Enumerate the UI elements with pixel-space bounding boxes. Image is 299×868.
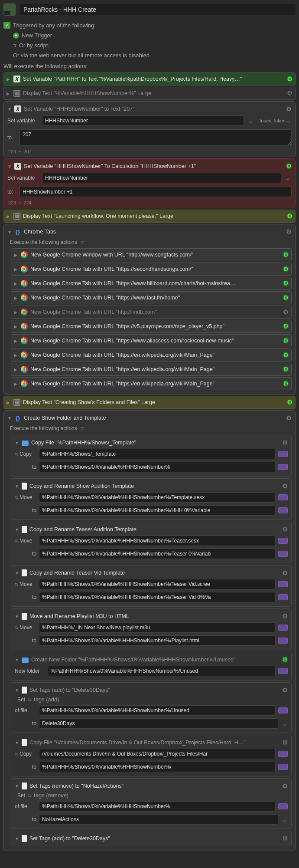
gear-icon[interactable]: ⚙ <box>282 526 288 533</box>
gear-icon[interactable]: ⚙ <box>283 322 289 330</box>
disclosure-icon[interactable]: ▶ <box>14 281 18 286</box>
gear-icon[interactable]: ⚙ <box>286 228 292 236</box>
tag-input[interactable] <box>39 718 278 729</box>
action-chrome-tab[interactable]: ▶ New Google Chrome Tab with URL "https:… <box>11 363 292 376</box>
gear-icon[interactable]: ⚙ <box>283 308 289 316</box>
folder-chip[interactable] <box>278 594 288 600</box>
path-input[interactable] <box>39 549 276 559</box>
path-input[interactable] <box>39 705 276 716</box>
gear-icon[interactable]: ⚙ <box>282 835 288 842</box>
action-chrome-tab[interactable]: ▶ New Google Chrome Tab with URL "https:… <box>11 291 292 304</box>
folder-chip[interactable] <box>278 551 288 557</box>
gear-icon[interactable]: ⚙ <box>282 612 288 620</box>
disclosure-icon[interactable]: ▶ <box>14 296 18 300</box>
action-chrome-tab[interactable]: ▶ New Google Chrome Tab with URL "https:… <box>11 320 292 333</box>
disclosure-icon[interactable]: ▶ <box>14 310 18 315</box>
disclosure-icon[interactable]: ▶ <box>6 91 11 96</box>
disclosure-icon[interactable]: ▼ <box>15 527 19 532</box>
path-input[interactable] <box>39 579 276 589</box>
chevron-down-icon[interactable]: ⌵ <box>286 175 290 181</box>
disclosure-icon[interactable]: ▶ <box>14 267 18 272</box>
path-input[interactable] <box>39 801 276 812</box>
disclosure-icon[interactable]: ▶ <box>6 214 11 219</box>
action-chrome-tab[interactable]: ▶ New Google Chrome Window with URL "htt… <box>11 248 292 261</box>
updown-icon[interactable]: ⇅ <box>13 43 16 48</box>
path-input[interactable] <box>39 749 276 759</box>
path-input[interactable] <box>39 536 276 546</box>
disclosure-icon[interactable]: ▼ <box>7 107 12 112</box>
gear-icon[interactable]: ⚙ <box>287 398 292 406</box>
chevron-down-icon[interactable]: ⌵ <box>283 816 286 823</box>
action-chrome-tab[interactable]: ▶ New Google Chrome Tab with URL "https:… <box>11 377 292 390</box>
folder-chip[interactable] <box>278 803 288 809</box>
disclosure-icon[interactable]: ▶ <box>6 400 11 405</box>
variable-name-input[interactable] <box>42 173 281 183</box>
disclosure-icon[interactable]: ▼ <box>15 441 19 445</box>
path-input[interactable] <box>39 505 276 516</box>
folder-chip[interactable] <box>278 464 288 470</box>
action-chrome-tab[interactable]: ▶ New Google Chrome Tab with URL "https:… <box>11 277 292 290</box>
path-input[interactable] <box>48 666 276 676</box>
path-input[interactable] <box>39 622 276 633</box>
action-display-creating[interactable]: ▶ Display Text "Creating Show's Folders … <box>3 396 296 409</box>
disclosure-icon[interactable]: ▼ <box>15 836 19 841</box>
disclosure-icon[interactable]: ▽ <box>81 426 85 431</box>
action-set-pathhhh[interactable]: ▶ X Set Variable "PathHHH" to Text "%Var… <box>3 72 296 85</box>
disclosure-icon[interactable]: ▶ <box>14 381 18 386</box>
path-input[interactable] <box>39 635 276 646</box>
gear-icon[interactable]: ⚙ <box>283 351 289 359</box>
folder-chip[interactable] <box>278 494 288 500</box>
disclosure-icon[interactable]: ▶ <box>6 77 11 82</box>
disclosure-icon[interactable]: ▼ <box>15 688 19 693</box>
disclosure-icon[interactable]: ▼ <box>15 571 19 575</box>
new-trigger[interactable]: + New Trigger <box>13 30 296 40</box>
gear-icon[interactable]: ⚙ <box>286 162 292 170</box>
action-chrome-tab[interactable]: ▶ New Google Chrome Tab with URL "https:… <box>11 349 292 362</box>
gear-icon[interactable]: ⚙ <box>287 212 292 220</box>
gear-icon[interactable]: ⚙ <box>287 75 292 83</box>
folder-chip[interactable] <box>278 451 288 457</box>
folder-chip[interactable] <box>278 538 288 544</box>
folder-chip[interactable] <box>278 625 288 631</box>
gear-icon[interactable]: ⚙ <box>282 439 288 447</box>
folder-chip[interactable] <box>278 581 288 587</box>
disclosure-icon[interactable]: ▶ <box>14 324 18 329</box>
chevron-down-icon[interactable]: ⌵ <box>249 118 253 124</box>
disclosure-icon[interactable]: ▶ <box>14 339 18 343</box>
path-input[interactable] <box>39 592 276 602</box>
gear-icon[interactable]: ⚙ <box>282 686 288 694</box>
disclosure-icon[interactable]: ▼ <box>7 230 12 234</box>
gear-icon[interactable]: ⚙ <box>283 337 289 345</box>
gear-icon[interactable]: ⚙ <box>283 265 289 273</box>
action-display-launching[interactable]: ▶ Display Text "Launching workflow. One … <box>3 210 296 223</box>
disclosure-icon[interactable]: ▼ <box>15 740 19 745</box>
gear-icon[interactable]: ⚙ <box>283 380 289 388</box>
gear-icon[interactable]: ⚙ <box>283 279 289 287</box>
disclosure-icon[interactable]: ▼ <box>7 416 12 421</box>
path-input[interactable] <box>39 762 276 772</box>
variable-value-input[interactable]: 207 <box>20 129 292 146</box>
disclosure-icon[interactable]: ▼ <box>15 614 19 619</box>
variable-value-input[interactable] <box>20 187 292 197</box>
gear-icon[interactable]: ⚙ <box>287 89 292 97</box>
insert-token-button[interactable]: Insert Token ⌵ <box>258 118 292 124</box>
action-chrome-tab[interactable]: ▶ New Google Chrome Tab with URL "https:… <box>11 263 292 276</box>
variable-name-input[interactable] <box>42 115 244 126</box>
disclosure-icon[interactable]: ▼ <box>15 484 19 489</box>
action-display-shownum[interactable]: ▶ Display Text "%Variable%HHHShowNumber%… <box>3 87 296 100</box>
gear-icon[interactable]: ⚙ <box>283 294 289 302</box>
disclosure-icon[interactable]: ▶ <box>14 253 18 257</box>
folder-chip[interactable] <box>278 638 288 644</box>
gear-icon[interactable]: ⚙ <box>286 414 292 422</box>
disclosure-icon[interactable]: ▼ <box>7 164 12 169</box>
disclosure-icon[interactable]: ▼ <box>15 658 19 662</box>
plus-icon[interactable]: + <box>13 33 19 39</box>
disclosure-icon[interactable]: ▶ <box>14 367 18 372</box>
action-chrome-tab[interactable]: ▶ New Google Chrome Tab with URL "https:… <box>11 334 292 347</box>
gear-icon[interactable]: ⚙ <box>282 569 288 577</box>
disclosure-icon[interactable]: ▼ <box>15 784 19 789</box>
folder-chip[interactable] <box>278 668 288 674</box>
disclosure-icon[interactable]: ▽ <box>81 240 85 245</box>
path-input[interactable] <box>39 492 276 503</box>
tag-input[interactable] <box>39 814 278 825</box>
